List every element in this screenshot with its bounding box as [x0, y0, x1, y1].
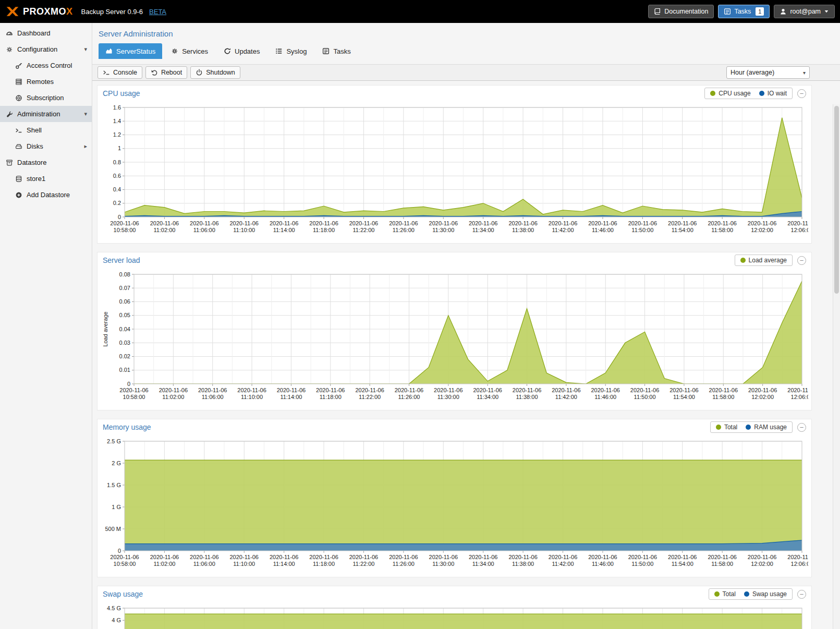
svg-text:11:06:00: 11:06:00: [193, 561, 215, 567]
svg-text:0.07: 0.07: [119, 285, 130, 291]
collapse-panel-icon[interactable]: −: [797, 89, 806, 98]
svg-text:0.03: 0.03: [119, 340, 130, 346]
svg-text:11:50:00: 11:50:00: [631, 227, 653, 233]
charts-area: CPU usage CPU usageIO wait − 00.20.40.60…: [92, 81, 833, 629]
svg-text:2020-11-06: 2020-11-06: [270, 554, 298, 560]
svg-text:2020-11-06: 2020-11-06: [230, 554, 259, 560]
tab-updates[interactable]: Updates: [217, 43, 266, 59]
svg-text:4.5 G: 4.5 G: [107, 605, 121, 611]
svg-text:0.04: 0.04: [119, 326, 130, 332]
sidebar-item-label: store1: [27, 175, 45, 183]
legend-dot: [716, 425, 721, 430]
svg-text:2020-11-06: 2020-11-06: [628, 220, 657, 226]
svg-text:11:26:00: 11:26:00: [393, 561, 415, 567]
svg-text:2.5 G: 2.5 G: [107, 438, 121, 444]
panel-header: Memory usage TotalRAM usage −: [98, 419, 811, 435]
panel-body: 00.010.020.030.040.050.060.070.082020-11…: [98, 268, 811, 410]
legend-dot: [714, 591, 720, 597]
sidebar-item-datastore[interactable]: Datastore: [0, 154, 92, 171]
svg-text:2020-11-06: 2020-11-06: [628, 554, 657, 560]
proxmox-x-icon: [5, 5, 20, 18]
chart-memory-usage: 0500 M1 G1.5 G2 G2.5 G2020-11-0610:58:00…: [101, 436, 808, 571]
sidebar-item-configuration[interactable]: Configuration▾: [0, 41, 92, 57]
vertical-scrollbar[interactable]: [833, 104, 840, 629]
sidebar-item-administration[interactable]: Administration▾: [0, 106, 92, 122]
tab-syslog[interactable]: Syslog: [269, 43, 313, 59]
svg-text:11:58:00: 11:58:00: [712, 394, 734, 400]
tasks-button[interactable]: Tasks 1: [718, 5, 770, 18]
svg-text:2020-11-06: 2020-11-06: [508, 554, 537, 560]
sidebar-item-label: Shell: [27, 126, 42, 134]
svg-text:2020-11-06: 2020-11-06: [119, 387, 148, 393]
svg-text:2020-11-06: 2020-11-06: [513, 387, 541, 393]
collapse-panel-icon[interactable]: −: [797, 256, 806, 265]
svg-text:1.4: 1.4: [113, 118, 121, 124]
svg-text:11:06:00: 11:06:00: [202, 394, 224, 400]
terminal-icon: [103, 69, 110, 76]
sidebar-item-subscription[interactable]: Subscription: [0, 90, 92, 106]
svg-text:12:06:00: 12:06:00: [791, 394, 808, 400]
reboot-icon: [151, 69, 158, 76]
legend-entry: Load average: [740, 257, 787, 264]
sidebar-item-dashboard[interactable]: Dashboard: [0, 25, 92, 41]
collapse-panel-icon[interactable]: −: [797, 423, 806, 432]
tab-tasks[interactable]: Tasks: [315, 43, 357, 59]
svg-text:2020-11-06: 2020-11-06: [469, 554, 497, 560]
panel-memory-usage: Memory usage TotalRAM usage − 0500 M1 G1…: [97, 419, 812, 577]
tab-services[interactable]: Services: [164, 43, 215, 59]
svg-text:0.05: 0.05: [119, 312, 130, 318]
svg-text:2020-11-06: 2020-11-06: [110, 554, 139, 560]
svg-text:11:18:00: 11:18:00: [313, 561, 335, 567]
svg-text:2020-11-06: 2020-11-06: [588, 220, 617, 226]
legend-entry: Total: [714, 590, 736, 598]
svg-text:2020-11-06: 2020-11-06: [787, 387, 808, 393]
beta-link[interactable]: BETA: [149, 8, 166, 16]
collapse-panel-icon[interactable]: −: [797, 590, 806, 599]
tab-serverstatus[interactable]: ServerStatus: [99, 43, 162, 59]
reboot-button[interactable]: Reboot: [145, 66, 187, 79]
timeframe-select[interactable]: Hour (average) ▾: [726, 66, 810, 79]
svg-text:2020-11-06: 2020-11-06: [230, 220, 259, 226]
user-icon: [780, 8, 787, 15]
shutdown-button[interactable]: Shutdown: [190, 66, 240, 79]
console-button[interactable]: Console: [98, 66, 142, 79]
user-menu-button[interactable]: root@pam: [774, 5, 835, 18]
svg-text:0.6: 0.6: [113, 173, 121, 179]
sidebar-item-label: Datastore: [17, 159, 46, 166]
svg-text:11:54:00: 11:54:00: [673, 394, 695, 400]
svg-text:2020-11-06: 2020-11-06: [395, 387, 423, 393]
sidebar-item-store1[interactable]: store1: [0, 171, 92, 187]
svg-text:2020-11-06: 2020-11-06: [237, 387, 266, 393]
scrollbar-thumb[interactable]: [834, 106, 839, 294]
brand-wordmark: PROXMOX: [23, 6, 73, 17]
svg-text:1.6: 1.6: [113, 104, 121, 111]
panel-body: 0500 M1 G1.5 G2 G2.5 G3 G3.5 G4 G4.5 G20…: [98, 602, 811, 629]
svg-text:0: 0: [118, 214, 121, 220]
sidebar-item-shell[interactable]: Shell: [0, 122, 92, 138]
sidebar-item-remotes[interactable]: Remotes: [0, 74, 92, 90]
legend-entry: RAM usage: [746, 424, 787, 431]
documentation-button[interactable]: Documentation: [648, 5, 714, 18]
svg-text:1.5 G: 1.5 G: [107, 482, 121, 488]
svg-text:2020-11-06: 2020-11-06: [668, 220, 697, 226]
svg-text:1: 1: [118, 145, 121, 151]
svg-text:2020-11-06: 2020-11-06: [389, 554, 418, 560]
server-icon: [15, 78, 22, 86]
svg-text:2020-11-06: 2020-11-06: [630, 387, 659, 393]
svg-text:11:50:00: 11:50:00: [631, 561, 653, 567]
svg-text:2020-11-06: 2020-11-06: [473, 387, 502, 393]
sidebar-item-disks[interactable]: Disks▸: [0, 138, 92, 154]
svg-text:2020-11-06: 2020-11-06: [159, 387, 188, 393]
tab-label: Services: [182, 47, 208, 55]
sidebar-item-add-datastore[interactable]: Add Datastore: [0, 187, 92, 203]
power-icon: [196, 69, 203, 76]
sidebar-item-access-control[interactable]: Access Control: [0, 57, 92, 74]
svg-text:11:02:00: 11:02:00: [153, 227, 175, 233]
svg-text:11:22:00: 11:22:00: [352, 561, 374, 567]
tab-label: Tasks: [333, 47, 350, 55]
svg-text:2020-11-06: 2020-11-06: [508, 220, 537, 226]
svg-text:10:58:00: 10:58:00: [114, 561, 136, 567]
panel-server-load: Server load Load average − 00.010.020.03…: [97, 252, 812, 410]
list-icon: [275, 47, 283, 55]
database-icon: [15, 175, 22, 183]
